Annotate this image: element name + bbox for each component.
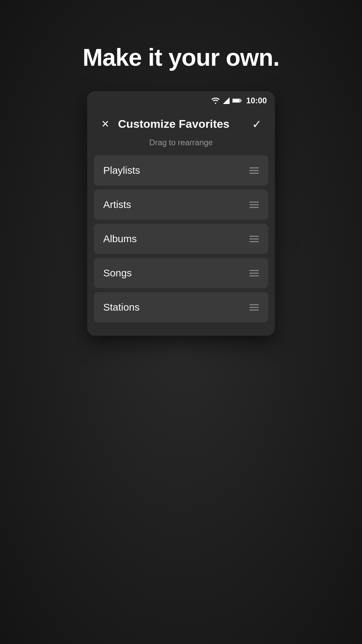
list-item-artists[interactable]: Artists (94, 190, 268, 220)
svg-rect-3 (233, 99, 240, 102)
list-item-label-albums: Albums (103, 233, 137, 245)
list-item-label-artists: Artists (103, 199, 131, 210)
drag-handle-songs[interactable] (249, 270, 259, 276)
svg-rect-2 (241, 100, 242, 101)
signal-icon (223, 97, 230, 104)
list-item-label-songs: Songs (103, 267, 132, 279)
list-item-label-stations: Stations (103, 302, 139, 313)
page-title: Make it your own. (82, 44, 279, 71)
list-item-label-playlists: Playlists (103, 165, 140, 176)
status-icons (211, 97, 242, 104)
svg-marker-0 (223, 97, 230, 104)
list-item-stations[interactable]: Stations (94, 292, 268, 322)
modal-title: Customize Favorites (113, 117, 249, 130)
modal-header: × Customize Favorites ✓ (87, 110, 275, 135)
drag-handle-albums[interactable] (249, 236, 259, 242)
close-button[interactable]: × (98, 117, 113, 131)
wifi-icon (211, 97, 220, 104)
status-time: 10:00 (246, 96, 267, 105)
drag-handle-stations[interactable] (249, 304, 259, 311)
confirm-button[interactable]: ✓ (249, 117, 264, 131)
list-item-playlists[interactable]: Playlists (94, 155, 268, 185)
customize-favorites-modal: 10:00 × Customize Favorites ✓ Drag to re… (87, 91, 275, 336)
list-item-albums[interactable]: Albums (94, 224, 268, 254)
drag-handle-playlists[interactable] (249, 167, 259, 174)
status-bar: 10:00 (87, 91, 275, 110)
battery-icon (232, 98, 242, 103)
drag-hint: Drag to rearrange (87, 135, 275, 155)
drag-handle-artists[interactable] (249, 202, 259, 208)
list-item-songs[interactable]: Songs (94, 258, 268, 288)
favorites-list: PlaylistsArtistsAlbumsSongsStations (87, 155, 275, 336)
